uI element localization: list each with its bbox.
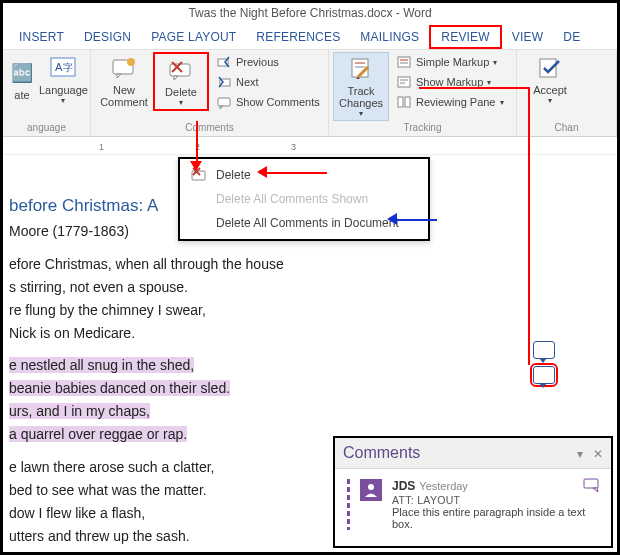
window-title: Twas the Night Before Christmas.docx - W… (3, 3, 617, 25)
annotation-arrow-head (257, 166, 267, 178)
chevron-down-icon: ▾ (493, 58, 497, 67)
group-label-language: anguage (7, 122, 86, 136)
previous-icon (216, 54, 232, 70)
annotation-arrow-head (190, 161, 202, 171)
menu-delete-all-shown: Delete All Comments Shown (180, 187, 428, 211)
new-comment-icon (110, 54, 138, 82)
svg-marker-4 (117, 74, 121, 78)
body-line: Nick is on Medicare. (9, 324, 617, 343)
svg-point-5 (127, 58, 135, 66)
language-button[interactable]: A字 Language ▾ (37, 52, 90, 107)
annotation-line (419, 87, 529, 89)
comments-pane: Comments ▾ ✕ JDSYesterday ATT: LAYOUT Pl… (333, 436, 613, 548)
svg-marker-13 (220, 106, 223, 109)
tab-insert[interactable]: INSERT (9, 27, 74, 47)
chevron-down-icon: ▾ (487, 78, 491, 87)
annotation-arrow-head (387, 213, 397, 225)
comment-indicator-icon[interactable] (533, 341, 555, 359)
annotation-line (528, 87, 530, 365)
comments-pane-close-icon[interactable]: ✕ (593, 447, 603, 461)
delete-dropdown-menu: Delete Delete All Comments Shown Delete … (178, 157, 430, 241)
group-label-tracking: Tracking (333, 122, 512, 136)
svg-rect-24 (398, 97, 403, 107)
svg-rect-31 (584, 479, 598, 488)
annotation-arrow (265, 172, 327, 174)
track-changes-button[interactable]: Track Changes ▾ (333, 52, 389, 121)
new-comment-button[interactable]: New Comment (95, 52, 153, 110)
chevron-down-icon: ▾ (500, 98, 504, 107)
tab-references[interactable]: REFERENCES (246, 27, 350, 47)
avatar (360, 479, 382, 501)
svg-marker-32 (593, 488, 598, 492)
tab-mailings[interactable]: MAILINGS (350, 27, 429, 47)
comments-pane-title: Comments (343, 444, 420, 462)
comment-timestamp: Yesterday (419, 480, 468, 492)
reply-icon[interactable] (583, 478, 601, 492)
body-line-highlighted: beanie babies danced on their sled. (9, 379, 617, 398)
translate-button-partial[interactable]: 🔤 ate (7, 52, 37, 107)
comment-author: JDS (392, 479, 415, 493)
language-icon: A字 (49, 54, 77, 82)
ribbon-tabs: INSERT DESIGN PAGE LAYOUT REFERENCES MAI… (3, 25, 617, 49)
show-markup-icon (396, 74, 412, 90)
comments-pane-menu-icon[interactable]: ▾ (577, 447, 583, 461)
show-comments-button[interactable]: Show Comments (213, 92, 323, 112)
group-label-changes: Chan (521, 122, 612, 136)
menu-delete[interactable]: Delete (180, 163, 428, 187)
body-line: efore Christmas, when all through the ho… (9, 255, 617, 274)
markup-view-icon (396, 54, 412, 70)
body-line: re flung by the chimney I swear, (9, 301, 617, 320)
body-line: s stirring, not even a spouse. (9, 278, 617, 297)
comment-attention: ATT: LAYOUT (392, 494, 599, 506)
next-icon (216, 74, 232, 90)
tab-review[interactable]: REVIEW (429, 25, 502, 49)
delete-comment-icon (167, 56, 195, 84)
translate-icon: 🔤 (8, 59, 36, 87)
reviewing-pane-button[interactable]: Reviewing Pane ▾ (393, 92, 507, 112)
track-changes-icon (347, 55, 375, 83)
next-comment-button[interactable]: Next (213, 72, 323, 92)
group-label-comments: Comments (95, 122, 324, 136)
tab-developer-partial[interactable]: DE (553, 27, 590, 47)
svg-text:A: A (55, 61, 63, 73)
comment-text: Place this entire paragraph inside a tex… (392, 506, 585, 530)
show-markup-button[interactable]: Show Markup ▾ (393, 72, 507, 92)
tab-view[interactable]: VIEW (502, 27, 553, 47)
svg-text:字: 字 (63, 62, 73, 73)
svg-point-30 (368, 484, 374, 490)
tab-design[interactable]: DESIGN (74, 27, 141, 47)
svg-rect-25 (405, 97, 410, 107)
annotation-arrow (395, 219, 437, 221)
show-comments-icon (216, 94, 232, 110)
body-line-highlighted: urs, and I in my chaps, (9, 402, 617, 421)
comment-thread-bar (347, 479, 350, 530)
comment-content[interactable]: JDSYesterday ATT: LAYOUT Place this enti… (392, 479, 599, 530)
body-line-highlighted: e nestled all snug in the shed, (9, 356, 617, 375)
svg-rect-12 (218, 98, 230, 106)
accept-icon (536, 54, 564, 82)
reviewing-pane-icon (396, 94, 412, 110)
svg-rect-21 (398, 77, 410, 87)
tab-page-layout[interactable]: PAGE LAYOUT (141, 27, 246, 47)
ribbon: 🔤 ate A字 Language ▾ anguage (3, 49, 617, 137)
display-for-review-dropdown[interactable]: Simple Markup ▾ (393, 52, 507, 72)
annotation-arrow (196, 121, 198, 163)
previous-comment-button[interactable]: Previous (213, 52, 323, 72)
svg-marker-7 (174, 76, 178, 80)
comment-indicator-active-icon[interactable] (533, 366, 555, 384)
horizontal-ruler[interactable]: 1 2 3 (3, 137, 617, 155)
svg-rect-18 (398, 57, 410, 67)
delete-comment-button[interactable]: Delete ▾ (153, 52, 209, 111)
